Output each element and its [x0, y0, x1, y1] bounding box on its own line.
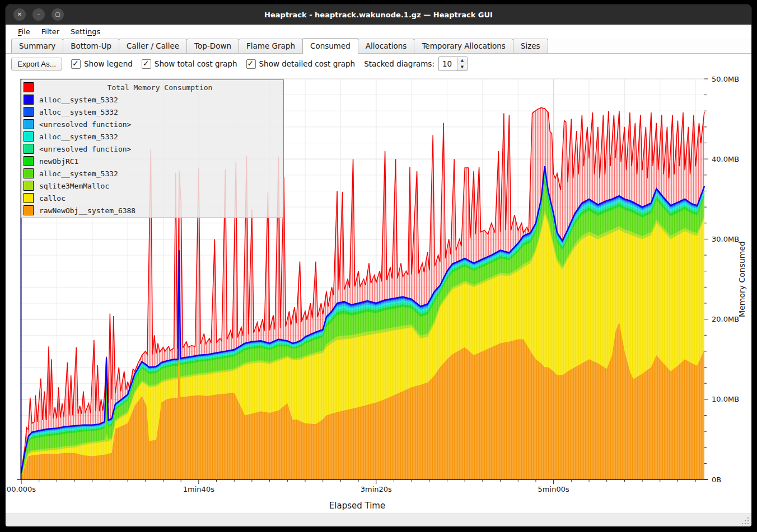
y-axis-title: Memory Consumed	[737, 241, 746, 317]
stacked-diagrams-spinbox[interactable]: 10 ▲ ▼	[438, 57, 468, 71]
legend-item: <unresolved function>	[21, 118, 283, 130]
tab-sizes[interactable]: Sizes	[513, 39, 548, 53]
menu-settings[interactable]: Settings	[65, 26, 106, 37]
legend-swatch-icon	[24, 131, 34, 142]
x-tick-label: 00.000s	[7, 485, 36, 493]
legend-swatch-icon	[24, 107, 34, 117]
legend-item: alloc__system_5332	[21, 167, 283, 180]
legend-swatch-icon	[24, 181, 34, 191]
chart-legend: Total Memory Consumptionalloc__system_53…	[20, 79, 284, 218]
window-controls: ✕–▢	[13, 4, 64, 25]
x-axis-title: Elapsed Time	[329, 501, 385, 511]
close-button[interactable]: ✕	[13, 8, 26, 21]
checkbox-label: Show detailed cost graph	[259, 59, 356, 68]
checkbox-show-total-cost-graph[interactable]: Show total cost graph	[142, 59, 237, 69]
y-tick-label: 10,0MB	[712, 395, 739, 403]
legend-swatch-icon	[24, 82, 34, 92]
tab-summary[interactable]: Summary	[11, 39, 63, 53]
y-tick-label: 30,0MB	[712, 235, 739, 243]
legend-item-label: <unresolved function>	[39, 145, 131, 153]
menu-file[interactable]: File	[12, 26, 36, 37]
window-title: Heaptrack - heaptrack.wakunode.1.gz — He…	[6, 11, 751, 19]
legend-item-label: sqlite3MemMalloc	[39, 182, 109, 190]
checkbox-label: Show total cost graph	[155, 59, 237, 68]
y-tick-label: 0B	[712, 475, 721, 484]
tab-top-down[interactable]: Top-Down	[186, 39, 239, 53]
legend-item: alloc__system_5332	[21, 93, 283, 106]
tab-flame-graph[interactable]: Flame Graph	[239, 39, 303, 53]
legend-title-row: Total Memory Consumption	[21, 81, 283, 93]
legend-item: alloc__system_5332	[21, 130, 283, 143]
title-bar[interactable]: ✕–▢ Heaptrack - heaptrack.wakunode.1.gz …	[6, 4, 751, 25]
legend-item: sqlite3MemMalloc	[21, 180, 283, 192]
legend-item-label: <unresolved function>	[39, 120, 131, 129]
x-tick-label: 5min00s	[538, 485, 569, 493]
tab-bottom-up[interactable]: Bottom-Up	[63, 39, 119, 53]
legend-item-label: alloc__system_5332	[39, 170, 118, 178]
tab-bar: SummaryBottom-UpCaller / CalleeTop-DownF…	[6, 38, 751, 54]
heaptrack-window: ✕–▢ Heaptrack - heaptrack.wakunode.1.gz …	[6, 4, 751, 526]
stacked-diagrams-label: Stacked diagrams:	[364, 59, 434, 68]
checkbox-box-icon[interactable]	[71, 59, 81, 69]
legend-item-label: alloc__system_5332	[39, 108, 118, 116]
legend-item-label: alloc__system_5332	[39, 96, 118, 104]
checkbox-label: Show legend	[84, 59, 133, 68]
legend-item: newObjRC1	[21, 155, 283, 167]
spin-up-icon[interactable]: ▲	[457, 57, 467, 64]
checkbox-show-detailed-cost-graph[interactable]: Show detailed cost graph	[246, 59, 356, 69]
x-tick-label: 3min20s	[361, 485, 392, 493]
checkbox-box-icon[interactable]	[142, 59, 151, 69]
legend-item: <unresolved function>	[21, 143, 283, 155]
minimize-button[interactable]: –	[32, 8, 45, 21]
menu-bar: FileFilterSettings	[6, 25, 751, 38]
menu-filter[interactable]: Filter	[36, 26, 65, 37]
spin-down-icon[interactable]: ▼	[457, 64, 467, 71]
legend-swatch-icon	[24, 144, 34, 154]
export-as-button[interactable]: Export As...	[11, 58, 62, 70]
memory-consumed-chart[interactable]: 00.000s1min40s3min20s5min00sElapsed Time…	[6, 74, 751, 514]
checkbox-group: Show legendShow total cost graphShow det…	[71, 59, 355, 69]
tab-allocations[interactable]: Allocations	[358, 39, 415, 53]
legend-swatch-icon	[24, 95, 34, 105]
legend-item: calloc	[21, 192, 283, 204]
y-tick-label: 50,0MB	[712, 75, 739, 83]
legend-swatch-icon	[24, 193, 34, 203]
chart-toolbar: Export As... Show legendShow total cost …	[6, 54, 751, 74]
checkbox-box-icon[interactable]	[246, 59, 256, 69]
tab-temporary-allocations[interactable]: Temporary Allocations	[414, 39, 513, 53]
status-bar	[6, 514, 751, 526]
resize-grip-icon[interactable]	[741, 517, 749, 525]
y-tick-label: 20,0MB	[712, 315, 739, 323]
legend-title: Total Memory Consumption	[39, 83, 281, 92]
legend-item: alloc__system_5332	[21, 106, 283, 118]
maximize-button[interactable]: ▢	[52, 8, 64, 21]
legend-swatch-icon	[24, 205, 34, 215]
legend-item-label: calloc	[39, 194, 66, 203]
legend-swatch-icon	[24, 156, 34, 166]
legend-item: rawNewObj__system_6388	[21, 204, 283, 216]
legend-item-label: alloc__system_5332	[39, 133, 118, 141]
y-tick-label: 40,0MB	[712, 155, 739, 163]
legend-swatch-icon	[24, 119, 34, 129]
tab-consumed[interactable]: Consumed	[302, 38, 358, 54]
checkbox-show-legend[interactable]: Show legend	[71, 59, 133, 69]
legend-item-label: rawNewObj__system_6388	[39, 206, 135, 215]
stacked-diagrams-value[interactable]: 10	[439, 57, 457, 70]
legend-swatch-icon	[24, 168, 34, 178]
tab-caller-callee[interactable]: Caller / Callee	[119, 39, 187, 53]
x-tick-label: 1min40s	[183, 485, 214, 493]
legend-item-label: newObjRC1	[39, 157, 78, 166]
